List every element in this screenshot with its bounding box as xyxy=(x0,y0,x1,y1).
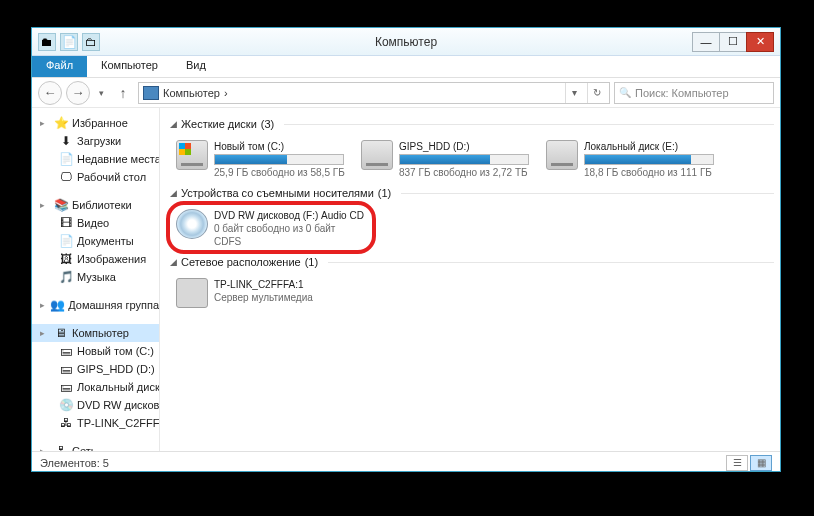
breadcrumb-chevron-icon[interactable]: › xyxy=(224,87,228,99)
status-item-count: Элементов: 5 xyxy=(40,457,109,469)
address-dropdown-icon[interactable]: ▾ xyxy=(565,83,583,103)
nav-recent[interactable]: 📄Недавние места xyxy=(50,150,159,168)
hdd-icon xyxy=(546,140,578,170)
ribbon: Файл Компьютер Вид xyxy=(32,56,780,78)
drive-free: 18,8 ГБ свободно из 111 ГБ xyxy=(584,166,714,179)
desktop-icon: 🖵 xyxy=(58,170,74,184)
computer-icon xyxy=(143,86,159,100)
view-tiles-button[interactable]: ▦ xyxy=(750,455,772,471)
ribbon-tab-computer[interactable]: Компьютер xyxy=(87,56,172,77)
drive-free: 25,9 ГБ свободно из 58,5 ГБ xyxy=(214,166,345,179)
group-header-hdd[interactable]: ◢Жесткие диски (3) xyxy=(164,116,780,132)
group-header-network[interactable]: ◢Сетевое расположение (1) xyxy=(164,254,780,270)
nav-desktop[interactable]: 🖵Рабочий стол xyxy=(50,168,159,186)
libraries-icon: 📚 xyxy=(53,198,69,212)
nav-computer[interactable]: ▸🖥Компьютер xyxy=(32,324,159,342)
nav-documents[interactable]: 📄Документы xyxy=(50,232,159,250)
nav-videos[interactable]: 🎞Видео xyxy=(50,214,159,232)
nav-drive-e[interactable]: 🖴Локальный диск (E:) xyxy=(50,378,159,396)
hdd-icon xyxy=(176,140,208,170)
disc-icon xyxy=(176,209,208,239)
collapse-icon: ◢ xyxy=(170,188,177,198)
status-bar: Элементов: 5 ☰ ▦ xyxy=(32,451,780,473)
hdd-icon xyxy=(361,140,393,170)
homegroup-icon: 👥 xyxy=(49,298,65,312)
drive-e[interactable]: Локальный диск (E:)18,8 ГБ свободно из 1… xyxy=(542,136,727,183)
capacity-bar xyxy=(399,154,529,165)
nav-network[interactable]: ▸🖧Сеть xyxy=(32,442,159,451)
nav-music[interactable]: 🎵Музыка xyxy=(50,268,159,286)
nav-drive-d[interactable]: 🖴GIPS_HDD (D:) xyxy=(50,360,159,378)
drive-f-dvd[interactable]: DVD RW дисковод (F:) Audio CD0 байт своб… xyxy=(172,205,372,252)
drive-free: 837 ГБ свободно из 2,72 ТБ xyxy=(399,166,529,179)
drive-icon: 🖴 xyxy=(58,344,74,358)
qat-newfolder-icon[interactable]: 🗀 xyxy=(82,33,100,51)
nav-pictures[interactable]: 🖼Изображения xyxy=(50,250,159,268)
nav-homegroup[interactable]: ▸👥Домашняя группа xyxy=(32,296,159,314)
drive-label: GIPS_HDD (D:) xyxy=(399,140,529,153)
star-icon: ⭐ xyxy=(53,116,69,130)
drive-icon: 🖴 xyxy=(58,362,74,376)
nav-drive-c[interactable]: 🖴Новый том (С:) xyxy=(50,342,159,360)
maximize-button[interactable]: ☐ xyxy=(719,32,747,52)
navigation-pane: ▸⭐Избранное ⬇Загрузки 📄Недавние места 🖵Р… xyxy=(32,108,160,451)
os-badge-icon xyxy=(179,143,191,155)
titlebar[interactable]: 🖿 📄 🗀 Компьютер — ☐ ✕ xyxy=(32,28,780,56)
drive-label: DVD RW дисковод (F:) Audio CD xyxy=(214,209,364,222)
breadcrumb-item[interactable]: Компьютер xyxy=(163,87,220,99)
search-input[interactable]: Поиск: Компьютер xyxy=(614,82,774,104)
network-device[interactable]: TP-LINK_C2FFFA:1Сервер мультимедиа xyxy=(172,274,357,312)
capacity-bar xyxy=(214,154,344,165)
close-button[interactable]: ✕ xyxy=(746,32,774,52)
history-dropdown-icon[interactable]: ▾ xyxy=(94,82,108,104)
ribbon-tab-file[interactable]: Файл xyxy=(32,56,87,77)
address-bar: ← → ▾ ↑ Компьютер › ▾ ↻ Поиск: Компьютер xyxy=(32,78,780,108)
collapse-icon: ◢ xyxy=(170,257,177,267)
drive-free: 0 байт свободно из 0 байт xyxy=(214,222,364,235)
nav-libraries[interactable]: ▸📚Библиотеки xyxy=(32,196,159,214)
quick-access-toolbar: 🖿 📄 🗀 xyxy=(38,33,100,51)
device-label: TP-LINK_C2FFFA:1 xyxy=(214,278,313,291)
recent-icon: 📄 xyxy=(58,152,74,166)
up-button[interactable]: ↑ xyxy=(112,82,134,104)
refresh-button[interactable]: ↻ xyxy=(587,83,605,103)
computer-icon: 🖥 xyxy=(53,326,69,340)
nav-downloads[interactable]: ⬇Загрузки xyxy=(50,132,159,150)
explorer-window: 🖿 📄 🗀 Компьютер — ☐ ✕ Файл Компьютер Вид… xyxy=(31,27,781,472)
video-icon: 🎞 xyxy=(58,216,74,230)
ribbon-tab-view[interactable]: Вид xyxy=(172,56,220,77)
content-pane: ◢Жесткие диски (3) Новый том (С:)25,9 ГБ… xyxy=(160,108,780,451)
nav-drive-f[interactable]: 💿DVD RW дисковод xyxy=(50,396,159,414)
collapse-icon: ◢ xyxy=(170,119,177,129)
view-details-button[interactable]: ☰ xyxy=(726,455,748,471)
disc-icon: 💿 xyxy=(58,398,74,412)
pictures-icon: 🖼 xyxy=(58,252,74,266)
qat-properties-icon[interactable]: 📄 xyxy=(60,33,78,51)
server-icon: 🖧 xyxy=(58,416,74,430)
minimize-button[interactable]: — xyxy=(692,32,720,52)
network-icon: 🖧 xyxy=(53,444,69,451)
drive-label: Новый том (С:) xyxy=(214,140,345,153)
drive-fs: CDFS xyxy=(214,235,364,248)
device-sub: Сервер мультимедиа xyxy=(214,291,313,304)
group-header-removable[interactable]: ◢Устройства со съемными носителями (1) xyxy=(164,185,780,201)
capacity-bar xyxy=(584,154,714,165)
music-icon: 🎵 xyxy=(58,270,74,284)
app-icon[interactable]: 🖿 xyxy=(38,33,56,51)
downloads-icon: ⬇ xyxy=(58,134,74,148)
drive-icon: 🖴 xyxy=(58,380,74,394)
nav-favorites[interactable]: ▸⭐Избранное xyxy=(32,114,159,132)
documents-icon: 📄 xyxy=(58,234,74,248)
drive-c[interactable]: Новый том (С:)25,9 ГБ свободно из 58,5 Г… xyxy=(172,136,357,183)
back-button[interactable]: ← xyxy=(38,81,62,105)
drive-label: Локальный диск (E:) xyxy=(584,140,714,153)
address-input[interactable]: Компьютер › ▾ ↻ xyxy=(138,82,610,104)
forward-button[interactable]: → xyxy=(66,81,90,105)
media-server-icon xyxy=(176,278,208,308)
nav-tplink[interactable]: 🖧TP-LINK_C2FFFA:1 xyxy=(50,414,159,432)
drive-d[interactable]: GIPS_HDD (D:)837 ГБ свободно из 2,72 ТБ xyxy=(357,136,542,183)
window-title: Компьютер xyxy=(375,35,437,49)
